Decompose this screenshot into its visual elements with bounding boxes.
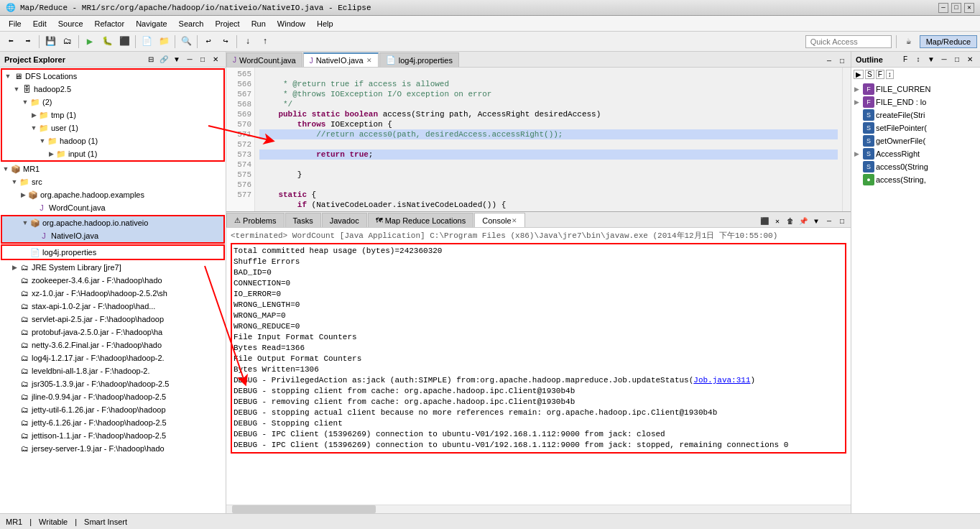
- menu-edit[interactable]: Edit: [27, 18, 52, 29]
- menu-help[interactable]: Help: [311, 18, 339, 29]
- tab-tasks[interactable]: Tasks: [285, 213, 321, 227]
- tab-nativeio-close[interactable]: ✕: [366, 57, 372, 64]
- outline-close[interactable]: ✕: [964, 54, 976, 65]
- quick-access-input[interactable]: [805, 35, 892, 48]
- tree-item-jar-stax[interactable]: 🗂 stax-api-1.0-2.jar - F:\hadoop\had...: [0, 300, 226, 313]
- outline-toolbar-btn3[interactable]: F: [876, 70, 884, 79]
- tree-item-wordcount[interactable]: J WordCount.java: [0, 201, 226, 214]
- stop-button[interactable]: ⬛: [116, 34, 132, 50]
- debug-button[interactable]: 🐛: [99, 34, 115, 50]
- menu-project[interactable]: Project: [209, 18, 245, 29]
- tree-item-input[interactable]: ▶ 📁 input (1): [2, 147, 223, 160]
- maximize-button[interactable]: □: [951, 3, 961, 13]
- menu-refactor[interactable]: Refactor: [89, 18, 131, 29]
- tree-item-jar-jersey[interactable]: 🗂 jersey-server-1.9.jar - F:\hadoop\hado: [0, 442, 226, 455]
- tree-item-jre[interactable]: ▶ 🗂 JRE System Library [jre7]: [0, 261, 226, 274]
- tree-item-hadoop25[interactable]: ▼ 🗄 hadoop2.5: [2, 83, 223, 96]
- menu-search[interactable]: Search: [173, 18, 210, 29]
- outline-item-filecurrent[interactable]: ▶ F FILE_CURREN: [853, 83, 979, 96]
- close-button[interactable]: ✕: [964, 3, 974, 13]
- minimize-panel-button[interactable]: ─: [184, 54, 195, 65]
- menu-navigate[interactable]: Navigate: [130, 18, 172, 29]
- tree-item-jar-jsr[interactable]: 🗂 jsr305-1.3.9.jar - F:\hadoop\hadoop-2.…: [0, 377, 226, 390]
- link-editor-button[interactable]: 🔗: [158, 54, 170, 65]
- map-reduce-perspective-button[interactable]: Map/Reduce: [920, 35, 977, 48]
- maximize-panel-button[interactable]: □: [197, 54, 208, 65]
- search-toolbar-button[interactable]: 🔍: [178, 34, 194, 50]
- console-maximize-button[interactable]: □: [836, 216, 848, 227]
- tree-item-log4j[interactable]: 📄 log4j.properties: [2, 246, 223, 259]
- console-content[interactable]: <terminated> WordCount [Java Application…: [226, 228, 851, 505]
- tree-item-dfs-locations[interactable]: ▼ 🖥 DFS Locations: [2, 70, 223, 83]
- outline-item-createfile[interactable]: S createFile(Stri: [853, 109, 979, 121]
- tab-log4j[interactable]: 📄 log4j.properties: [379, 52, 459, 67]
- tab-wordcount[interactable]: J WordCount.java: [226, 52, 302, 67]
- tree-item-jar-log4j[interactable]: 🗂 log4j-1.2.17.jar - F:\hadoop\hadoop-2.: [0, 351, 226, 364]
- tree-item-2[interactable]: ▼ 📁 (2): [2, 96, 223, 109]
- view-menu-button[interactable]: ▼: [171, 54, 182, 65]
- prev-annotation-button[interactable]: ↑: [257, 34, 273, 50]
- tree-item-jar-jline[interactable]: 🗂 jline-0.9.94.jar - F:\hadoop\hadoop-2.…: [0, 390, 226, 403]
- outline-toolbar-btn[interactable]: ▶: [854, 70, 864, 79]
- console-clear-button[interactable]: 🗑: [785, 216, 796, 227]
- tree-item-jar-servlet[interactable]: 🗂 servlet-api-2.5.jar - F:\hadoop\hadoop: [0, 313, 226, 326]
- collapse-all-button[interactable]: ⊟: [145, 54, 157, 65]
- tab-mapreduce-locations[interactable]: 🗺 Map Reduce Locations: [368, 213, 474, 227]
- open-button[interactable]: 📁: [156, 34, 172, 50]
- menu-file[interactable]: File: [3, 18, 27, 29]
- tree-item-tmp[interactable]: ▶ 📁 tmp (1): [2, 109, 223, 121]
- menu-run[interactable]: Run: [246, 18, 272, 29]
- tab-javadoc[interactable]: Javadoc: [322, 213, 367, 227]
- outline-hide-fields[interactable]: F: [900, 54, 911, 65]
- outline-sort[interactable]: ↕: [912, 54, 924, 65]
- editor-vertical-scrollbar[interactable]: [842, 68, 851, 211]
- outline-toolbar-btn4[interactable]: ↕: [886, 70, 894, 79]
- forward-button[interactable]: ➡: [20, 34, 36, 50]
- tree-item-jar-xz[interactable]: 🗂 xz-1.0.jar - F:\Hadoop\hadoop-2.5.2\sh: [0, 287, 226, 300]
- console-pin-button[interactable]: 📌: [798, 216, 809, 227]
- outline-item-fileend[interactable]: ▶ F FILE_END : lo: [853, 96, 979, 109]
- tree-item-jar-netty[interactable]: 🗂 netty-3.6.2.Final.jar - F:\hadoop\hado: [0, 339, 226, 351]
- undo-button[interactable]: ↩: [200, 34, 216, 50]
- close-panel-button[interactable]: ✕: [210, 54, 221, 65]
- outline-menu[interactable]: ▼: [925, 54, 937, 65]
- tree-item-jar-leveldb[interactable]: 🗂 leveldbni-all-1.8.jar - F:\hadoop-2.: [0, 364, 226, 377]
- outline-item-access[interactable]: ● access(String,: [853, 173, 979, 186]
- tree-item-nativeio[interactable]: J NativeIO.java: [2, 229, 223, 242]
- save-button[interactable]: 💾: [42, 34, 58, 50]
- outline-maximize[interactable]: □: [951, 54, 963, 65]
- code-content[interactable]: * @return true if access is allowed * @t…: [255, 68, 842, 211]
- console-menu-button[interactable]: ▼: [810, 216, 822, 227]
- tree-item-jar-jetty[interactable]: 🗂 jetty-6.1.26.jar - F:\hadoop\hadoop-2.…: [0, 416, 226, 429]
- outline-item-accessright[interactable]: ▶ S AccessRight: [853, 147, 979, 160]
- tree-item-mr1[interactable]: ▼ 📦 MR1: [0, 162, 226, 175]
- tree-item-jar-jetty-util[interactable]: 🗂 jetty-util-6.1.26.jar - F:\hadoop\hado…: [0, 403, 226, 416]
- tab-problems[interactable]: ⚠ Problems: [226, 213, 285, 227]
- editor-minimize-button[interactable]: ─: [823, 55, 835, 67]
- tree-item-user[interactable]: ▼ 📁 user (1): [2, 121, 223, 134]
- tab-nativeio[interactable]: J NativeIO.java ✕: [303, 52, 379, 67]
- minimize-button[interactable]: ─: [938, 3, 948, 13]
- back-button[interactable]: ⬅: [3, 34, 19, 50]
- outline-toolbar-btn2[interactable]: S: [865, 70, 874, 79]
- save-all-button[interactable]: 🗂: [60, 34, 75, 50]
- menu-source[interactable]: Source: [52, 18, 89, 29]
- tree-item-hadoop[interactable]: ▼ 📁 hadoop (1): [2, 134, 223, 147]
- tree-item-jar-protobuf[interactable]: 🗂 protobuf-java-2.5.0.jar - F:\hadoop\ha: [0, 326, 226, 339]
- tree-item-src[interactable]: ▼ 📁 src: [0, 175, 226, 188]
- tree-item-nativeio-pkg[interactable]: ▼ 📦 org.apache.hadoop.io.nativeio: [2, 216, 223, 229]
- outline-minimize[interactable]: ─: [938, 54, 950, 65]
- menu-window[interactable]: Window: [272, 18, 311, 29]
- tab-console-close[interactable]: ✕: [512, 217, 517, 224]
- redo-button[interactable]: ↪: [218, 34, 234, 50]
- run-button[interactable]: ▶: [82, 34, 98, 50]
- tab-console[interactable]: Console ✕: [474, 213, 524, 227]
- tree-item-examples-pkg[interactable]: ▶ 📦 org.apache.hadoop.examples: [0, 188, 226, 201]
- outline-item-setfilepointer[interactable]: S setFilePointer(: [853, 121, 979, 134]
- outline-item-access0[interactable]: S access0(String: [853, 160, 979, 173]
- editor-maximize-button[interactable]: □: [836, 55, 848, 67]
- next-annotation-button[interactable]: ↓: [240, 34, 256, 50]
- console-close-button[interactable]: ✕: [772, 216, 783, 227]
- outline-item-getowner[interactable]: S getOwnerFile(: [853, 134, 979, 147]
- console-stop-button[interactable]: ⬛: [759, 216, 770, 227]
